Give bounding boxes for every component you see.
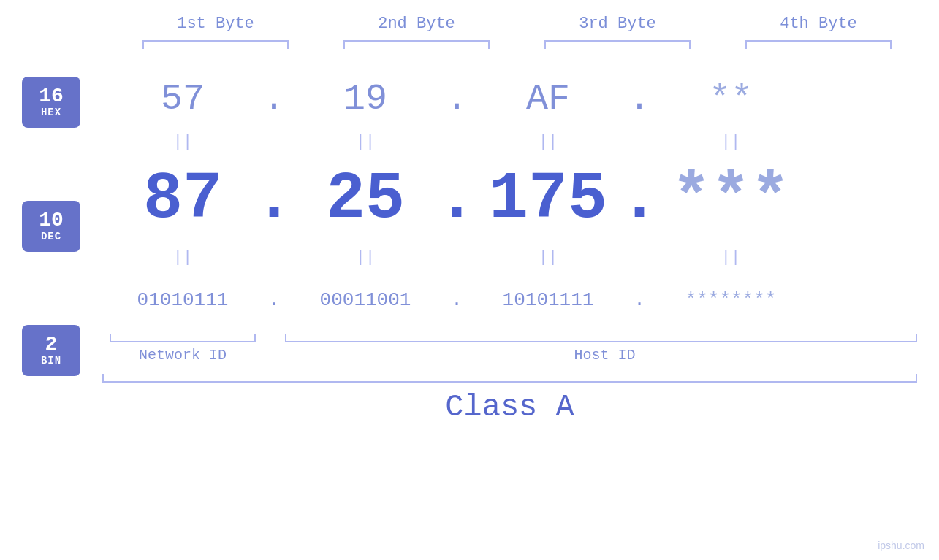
class-bracket-container: Class A <box>102 374 917 425</box>
hex-badge: 16 HEX <box>22 77 80 128</box>
bracket-byte4 <box>745 40 892 49</box>
dec-byte4: *** <box>650 162 811 237</box>
main-container: 1st Byte 2nd Byte 3rd Byte 4th Byte 16 H… <box>0 0 939 560</box>
bin-byte2: 00011001 <box>285 289 446 311</box>
dot-bin-2: . <box>446 289 468 311</box>
byte4-header: 4th Byte <box>738 15 899 33</box>
dec-byte2: 25 <box>285 162 446 237</box>
network-bracket-container: Network ID <box>102 334 263 364</box>
dec-row: 87 . 25 . 175 . *** <box>102 156 924 243</box>
class-bracket <box>102 374 917 383</box>
byte-headers: 1st Byte 2nd Byte 3rd Byte 4th Byte <box>115 15 919 33</box>
top-brackets <box>115 40 919 49</box>
hex-byte1: 57 <box>102 78 263 120</box>
dot-hex-2: . <box>446 78 468 120</box>
bin-byte4: ******** <box>650 289 811 311</box>
class-label: Class A <box>102 390 917 425</box>
network-bracket <box>110 334 256 342</box>
eq2-b1: || <box>102 248 263 266</box>
dot-dec-1: . <box>263 162 285 237</box>
equals-row-2: || || || || <box>102 246 924 268</box>
bracket-byte1 <box>142 40 289 49</box>
eq1-b4: || <box>650 133 811 151</box>
bottom-brackets-row: Network ID Host ID <box>102 334 924 364</box>
host-bracket <box>285 334 917 342</box>
eq2-b3: || <box>468 248 628 266</box>
bin-row: 01010111 . 00011001 . 10101111 . *******… <box>102 271 924 329</box>
dot-bin-1: . <box>263 289 285 311</box>
hex-row: 57 . 19 . AF . ** <box>102 69 924 128</box>
dec-byte1: 87 <box>102 162 263 237</box>
dec-base-label: DEC <box>41 231 61 242</box>
watermark: ipshu.com <box>878 540 924 551</box>
byte1-header: 1st Byte <box>135 15 296 33</box>
hex-base-label: HEX <box>41 107 61 118</box>
dec-byte3: 175 <box>468 162 628 237</box>
bracket-byte2 <box>343 40 490 49</box>
base-labels-column: 16 HEX 10 DEC 2 BIN <box>0 62 102 376</box>
bin-byte3: 10101111 <box>468 289 628 311</box>
equals-row-1: || || || || <box>102 131 924 153</box>
dot-hex-1: . <box>263 78 285 120</box>
dot-dec-2: . <box>446 162 468 237</box>
dot-bin-3: . <box>628 289 650 311</box>
hex-byte2: 19 <box>285 78 446 120</box>
bin-base-number: 2 <box>45 334 58 355</box>
eq2-b2: || <box>285 248 446 266</box>
dec-badge: 10 DEC <box>22 201 80 252</box>
hex-base-number: 16 <box>39 86 64 107</box>
eq2-b4: || <box>650 248 811 266</box>
hex-byte3: AF <box>468 78 628 120</box>
bin-byte1: 01010111 <box>102 289 263 311</box>
dot-hex-3: . <box>628 78 650 120</box>
host-id-label: Host ID <box>285 347 924 364</box>
byte2-header: 2nd Byte <box>336 15 497 33</box>
network-id-label: Network ID <box>110 347 256 364</box>
byte3-header: 3rd Byte <box>537 15 698 33</box>
eq1-b1: || <box>102 133 263 151</box>
bracket-byte3 <box>544 40 691 49</box>
eq1-b3: || <box>468 133 628 151</box>
eq1-b2: || <box>285 133 446 151</box>
host-bracket-container: Host ID <box>285 334 924 364</box>
hex-byte4: ** <box>650 78 811 120</box>
bin-base-label: BIN <box>41 355 61 367</box>
dec-base-number: 10 <box>39 210 64 231</box>
dot-dec-3: . <box>628 162 650 237</box>
bin-badge: 2 BIN <box>22 325 80 376</box>
